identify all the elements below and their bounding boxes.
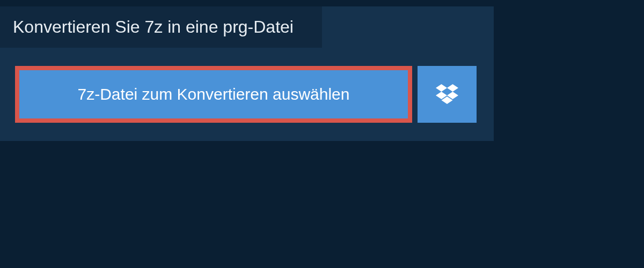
header-bar: Konvertieren Sie 7z in eine prg-Datei — [0, 6, 322, 48]
dropbox-button[interactable] — [418, 66, 477, 123]
select-file-label: 7z-Datei zum Konvertieren auswählen — [78, 85, 350, 103]
dropbox-icon — [436, 84, 458, 105]
upload-row: 7z-Datei zum Konvertieren auswählen — [0, 48, 494, 141]
converter-panel: Konvertieren Sie 7z in eine prg-Datei 7z… — [0, 6, 494, 141]
page-title: Konvertieren Sie 7z in eine prg-Datei — [13, 17, 309, 37]
select-file-button[interactable]: 7z-Datei zum Konvertieren auswählen — [15, 66, 412, 123]
